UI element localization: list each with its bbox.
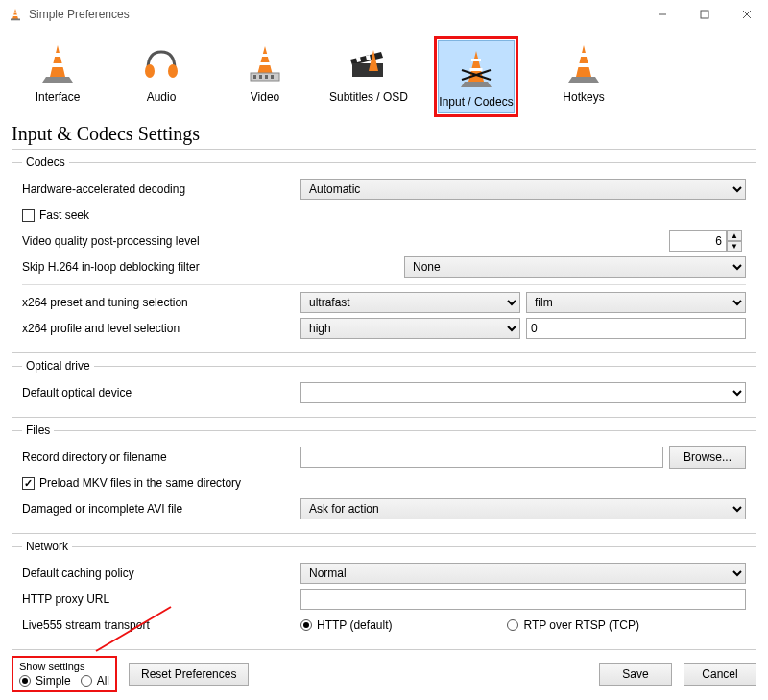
group-codecs: Codecs Hardware-accelerated decoding Aut… xyxy=(12,156,756,353)
http-default-radio[interactable]: HTTP (default) xyxy=(300,618,392,632)
simple-radio[interactable]: Simple xyxy=(19,674,71,688)
tab-label: Hotkeys xyxy=(563,90,604,104)
radio-icon xyxy=(81,675,92,687)
show-settings-label: Show settings xyxy=(19,661,109,672)
svg-rect-1 xyxy=(13,12,16,13)
proxy-input[interactable] xyxy=(300,589,746,610)
svg-rect-35 xyxy=(578,63,590,67)
svg-marker-8 xyxy=(50,45,65,77)
svg-rect-18 xyxy=(253,75,256,79)
radio-label: All xyxy=(97,674,109,688)
svg-rect-2 xyxy=(13,15,18,17)
proxy-label: HTTP proxy URL xyxy=(22,592,300,606)
group-legend: Files xyxy=(22,423,54,437)
save-button[interactable]: Save xyxy=(599,663,672,686)
group-optical: Optical drive Default optical device xyxy=(12,359,756,418)
x264-tune-select[interactable]: film xyxy=(526,292,746,313)
tab-label: Interface xyxy=(36,90,81,104)
show-settings-group: Show settings Simple All xyxy=(12,656,117,692)
radio-label: RTP over RTSP (TCP) xyxy=(523,618,638,632)
radio-icon xyxy=(300,619,312,631)
spin-down-icon[interactable]: ▼ xyxy=(727,241,742,252)
svg-marker-14 xyxy=(257,46,273,75)
group-legend: Codecs xyxy=(22,156,69,169)
window-title: Simple Preferences xyxy=(29,8,641,21)
tab-label: Subtitles / OSD xyxy=(329,90,408,104)
group-legend: Optical drive xyxy=(22,359,94,373)
close-button[interactable] xyxy=(726,0,768,29)
live555-label: Live555 stream transport xyxy=(22,618,300,632)
divider xyxy=(12,149,756,150)
cone-icon xyxy=(38,42,77,84)
fast-seek-checkbox[interactable]: Fast seek xyxy=(22,208,89,222)
svg-marker-33 xyxy=(576,45,591,77)
browse-button[interactable]: Browse... xyxy=(669,446,746,469)
spin-up-icon[interactable]: ▲ xyxy=(727,230,742,241)
group-files: Files Record directory or filename Brows… xyxy=(12,423,756,534)
svg-rect-28 xyxy=(471,59,481,61)
damaged-avi-select[interactable]: Ask for action xyxy=(300,498,746,519)
tab-interface[interactable]: Interface xyxy=(19,36,96,117)
cancel-button[interactable]: Cancel xyxy=(684,663,756,686)
page-title: Input & Codecs Settings xyxy=(12,123,756,145)
input-cone-icon xyxy=(456,47,496,89)
group-legend: Network xyxy=(22,540,72,553)
svg-rect-21 xyxy=(271,75,274,79)
tab-subtitles[interactable]: Subtitles / OSD xyxy=(330,36,407,117)
group-network: Network Default caching policy Normal HT… xyxy=(12,540,756,650)
skip-deblocking-select[interactable]: None xyxy=(404,256,746,278)
radio-icon xyxy=(19,675,31,687)
preload-mkv-checkbox[interactable]: Preload MKV files in the same directory xyxy=(22,476,241,490)
video-quality-spinner[interactable]: ▲▼ xyxy=(669,230,746,252)
checkbox-icon xyxy=(22,477,35,490)
x264-preset-select[interactable]: ultrafast xyxy=(300,292,520,313)
svg-point-13 xyxy=(168,64,178,78)
svg-rect-15 xyxy=(260,54,270,57)
svg-rect-29 xyxy=(470,68,483,71)
hw-decoding-label: Hardware-accelerated decoding xyxy=(22,182,300,196)
x264-profile-label: x264 profile and level selection xyxy=(22,322,300,335)
video-quality-label: Video quality post-processing level xyxy=(22,234,300,248)
maximize-button[interactable] xyxy=(684,0,726,29)
cone-icon xyxy=(564,42,603,84)
svg-rect-3 xyxy=(11,19,20,21)
minimize-button[interactable] xyxy=(641,0,684,29)
radio-label: Simple xyxy=(36,674,71,688)
clapboard-cone-icon xyxy=(347,42,391,84)
checkbox-icon xyxy=(22,209,35,222)
svg-marker-0 xyxy=(12,9,18,19)
record-dir-input[interactable] xyxy=(300,447,663,468)
tab-label: Audio xyxy=(147,90,177,104)
checkbox-label: Preload MKV files in the same directory xyxy=(39,476,241,490)
video-quality-input[interactable] xyxy=(669,230,727,252)
svg-rect-19 xyxy=(259,75,262,79)
damaged-avi-label: Damaged or incomplete AVI file xyxy=(22,502,300,516)
hw-decoding-select[interactable]: Automatic xyxy=(300,179,746,200)
reset-preferences-button[interactable]: Reset Preferences xyxy=(129,663,249,686)
svg-point-12 xyxy=(145,64,155,78)
headphones-icon xyxy=(140,42,182,84)
radio-icon xyxy=(507,619,518,631)
x264-preset-label: x264 preset and tuning selection xyxy=(22,296,300,309)
tab-audio[interactable]: Audio xyxy=(123,36,200,117)
divider xyxy=(22,284,746,285)
svg-rect-25 xyxy=(352,63,383,77)
rtp-rtsp-radio[interactable]: RTP over RTSP (TCP) xyxy=(507,618,638,632)
svg-rect-5 xyxy=(701,11,708,18)
x264-level-input[interactable] xyxy=(526,318,746,339)
tab-label: Video xyxy=(251,90,279,104)
svg-rect-20 xyxy=(265,75,268,79)
tab-hotkeys[interactable]: Hotkeys xyxy=(545,36,622,117)
optical-device-label: Default optical device xyxy=(22,386,300,399)
tab-input-codecs[interactable]: Input / Codecs xyxy=(438,40,515,113)
tab-video[interactable]: Video xyxy=(227,36,303,117)
svg-rect-34 xyxy=(580,53,588,57)
titlebar: Simple Preferences xyxy=(0,0,768,29)
x264-profile-select[interactable]: high xyxy=(300,318,520,339)
optical-device-select[interactable] xyxy=(300,382,746,403)
svg-marker-36 xyxy=(568,77,599,83)
caching-label: Default caching policy xyxy=(22,567,300,580)
caching-select[interactable]: Normal xyxy=(300,563,746,584)
checkbox-label: Fast seek xyxy=(39,208,89,222)
all-radio[interactable]: All xyxy=(81,674,109,688)
